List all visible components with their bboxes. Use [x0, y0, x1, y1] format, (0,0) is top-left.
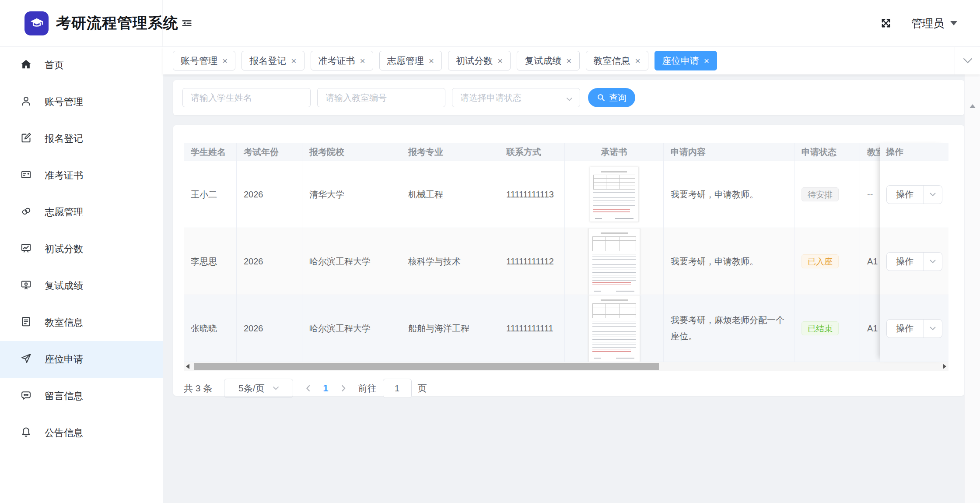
- cell-major: 机械工程: [401, 161, 499, 228]
- sidebar-item-link[interactable]: 志愿管理: [0, 194, 163, 231]
- close-tab-icon[interactable]: ×: [291, 56, 296, 65]
- pagination-goto: 前往 页: [358, 379, 427, 398]
- tab-item-2[interactable]: 报名登记×: [242, 51, 304, 70]
- sidebar-item-id-card[interactable]: 准考证书: [0, 157, 163, 194]
- classroom-no-input[interactable]: [317, 88, 445, 107]
- promise-letter-thumbnail[interactable]: [588, 295, 640, 362]
- apply-status-select[interactable]: [452, 88, 580, 107]
- cell-content: 我要考研，申请教师。: [664, 161, 794, 228]
- tab-label: 教室信息: [594, 55, 630, 67]
- cell-major: 船舶与海洋工程: [401, 295, 499, 362]
- sidebar-item-result-board[interactable]: 复试成绩: [0, 267, 163, 304]
- fullscreen-icon[interactable]: [878, 15, 894, 31]
- action-dropdown-button[interactable]: 操作: [886, 252, 942, 271]
- chevron-down-icon[interactable]: [924, 186, 942, 204]
- tags-bar: 账号管理×报名登记×准考证书×志愿管理×初试分数×复试成绩×教室信息×座位申请×: [163, 47, 980, 74]
- search-button[interactable]: 查询: [588, 88, 635, 107]
- horizontal-scrollbar-thumb[interactable]: [194, 363, 659, 370]
- tab-label: 志愿管理: [387, 55, 424, 67]
- sidebar-item-user[interactable]: 账号管理: [0, 84, 163, 120]
- chevron-down-icon[interactable]: [924, 253, 942, 271]
- action-button-label[interactable]: 操作: [887, 320, 924, 338]
- pagination: 共 3 条 5条/页 1 前往 页: [184, 379, 964, 398]
- student-name-input[interactable]: [182, 88, 311, 107]
- tab-item-6[interactable]: 复试成绩×: [517, 51, 579, 70]
- action-button-label[interactable]: 操作: [887, 253, 924, 271]
- table-row: 张晓晓2026哈尔滨工程大学船舶与海洋工程11111111111 我要考研，麻烦…: [184, 295, 948, 362]
- table-card: 学生姓名考试年份报考院校报考专业联系方式承诺书申请内容申请状态教室编号 王小二2…: [173, 125, 964, 396]
- user-menu[interactable]: 管理员: [911, 16, 957, 31]
- close-tab-icon[interactable]: ×: [566, 56, 571, 65]
- goto-label: 前往: [358, 382, 377, 394]
- cell-status: 已入座: [794, 228, 860, 295]
- cell-status: 已结束: [794, 295, 860, 362]
- status-badge: 已结束: [802, 321, 839, 335]
- sidebar-item-score-board[interactable]: 初试分数: [0, 231, 163, 267]
- cell-phone: 11111111113: [499, 161, 565, 228]
- cell-content: 我要考研，麻烦老师分配一个座位。: [664, 295, 794, 362]
- sidebar-item-classroom[interactable]: 教室信息: [0, 304, 163, 341]
- table-row: 王小二2026清华大学机械工程11111111113 我要考研，申请教师。待安排…: [184, 161, 948, 228]
- tab-item-7[interactable]: 教室信息×: [586, 51, 648, 70]
- main-content: 查询 学生姓名考试年份报考院校报考专业联系方式承诺书申请内容申请状态教室编号 王…: [163, 74, 980, 503]
- cell-action: 操作: [880, 228, 948, 295]
- result-board-icon: [20, 279, 32, 293]
- apply-status-select-value[interactable]: [452, 88, 580, 107]
- scroll-left-arrow-icon[interactable]: [184, 362, 192, 371]
- user-icon: [20, 95, 32, 109]
- chevron-down-icon[interactable]: [924, 320, 942, 338]
- close-tab-icon[interactable]: ×: [429, 56, 434, 65]
- cell-year: 2026: [237, 228, 302, 295]
- sidebar-item-message[interactable]: 留言信息: [0, 378, 163, 415]
- page-size-select[interactable]: 5条/页: [224, 379, 293, 398]
- sidebar-item-home[interactable]: 首页: [0, 47, 163, 84]
- sidebar-item-paper-plane[interactable]: 座位申请: [0, 341, 163, 378]
- column-header-school: 报考院校: [302, 143, 401, 161]
- bell-icon: [20, 426, 32, 440]
- page-number-current[interactable]: 1: [323, 383, 328, 394]
- scroll-up-arrow-icon[interactable]: [970, 104, 976, 108]
- home-icon: [20, 58, 32, 73]
- sidebar-item-edit[interactable]: 报名登记: [0, 120, 163, 157]
- tags-more-button[interactable]: [955, 47, 980, 74]
- close-tab-icon[interactable]: ×: [704, 56, 709, 65]
- tab-label: 初试分数: [456, 55, 493, 67]
- tab-label: 账号管理: [181, 55, 217, 67]
- collapse-menu-icon[interactable]: [177, 14, 196, 33]
- tab-item-8[interactable]: 座位申请×: [654, 51, 717, 70]
- id-card-icon: [20, 169, 32, 183]
- tab-item-1[interactable]: 账号管理×: [173, 51, 235, 70]
- tab-label: 报名登记: [249, 55, 286, 67]
- cell-status: 待安排: [794, 161, 860, 228]
- action-dropdown-button[interactable]: 操作: [886, 185, 942, 204]
- sidebar-item-label: 留言信息: [45, 390, 83, 403]
- horizontal-scrollbar[interactable]: [184, 362, 948, 371]
- tab-item-5[interactable]: 初试分数×: [448, 51, 511, 70]
- sidebar-item-bell[interactable]: 公告信息: [0, 415, 163, 451]
- cell-name: 王小二: [184, 161, 237, 228]
- cell-major: 核科学与技术: [401, 228, 499, 295]
- close-tab-icon[interactable]: ×: [222, 56, 228, 65]
- cell-school: 清华大学: [302, 161, 401, 228]
- vertical-scrollbar[interactable]: [964, 74, 980, 503]
- close-tab-icon[interactable]: ×: [360, 56, 365, 65]
- cell-content: 我要考研，申请教师。: [664, 228, 794, 295]
- action-dropdown-button[interactable]: 操作: [886, 319, 942, 338]
- close-tab-icon[interactable]: ×: [635, 56, 640, 65]
- chevron-down-icon: [566, 95, 573, 103]
- scroll-right-arrow-icon[interactable]: [941, 362, 948, 371]
- goto-page-input[interactable]: [383, 379, 412, 398]
- classroom-icon: [20, 316, 32, 330]
- close-tab-icon[interactable]: ×: [497, 56, 503, 65]
- column-header-content: 申请内容: [664, 143, 794, 161]
- action-button-label[interactable]: 操作: [887, 186, 924, 204]
- promise-letter-thumbnail[interactable]: [590, 167, 639, 222]
- tab-item-3[interactable]: 准考证书×: [311, 51, 373, 70]
- tab-item-4[interactable]: 志愿管理×: [379, 51, 442, 70]
- tab-label: 准考证书: [318, 55, 355, 67]
- prev-page-icon[interactable]: [305, 384, 311, 393]
- sidebar-item-label: 账号管理: [45, 95, 83, 109]
- next-page-icon[interactable]: [340, 384, 346, 393]
- promise-letter-thumbnail[interactable]: [588, 228, 640, 295]
- sidebar: 首页账号管理报名登记准考证书志愿管理初试分数复试成绩教室信息座位申请留言信息公告…: [0, 47, 163, 503]
